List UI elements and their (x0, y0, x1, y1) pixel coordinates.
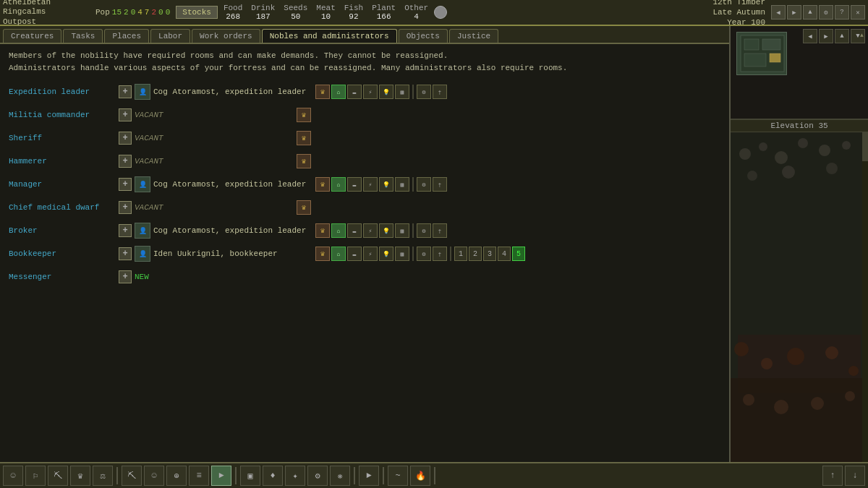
militia-commander-add-btn[interactable]: + (119, 108, 132, 121)
bottom-icon-up[interactable]: ↑ (822, 466, 843, 486)
broker-chest-btn[interactable]: ▦ (395, 223, 409, 238)
bottom-icon-water[interactable]: ~ (388, 466, 408, 486)
icon-btn-6[interactable]: ✕ (851, 5, 865, 20)
crown-icon-2[interactable]: ♛ (297, 108, 311, 122)
bookkeeper-add-btn[interactable]: + (119, 247, 132, 260)
bottom-icon-more2[interactable]: ► (359, 466, 379, 486)
tab-creatures[interactable]: Creatures (3, 29, 61, 43)
icon-btn-1[interactable]: ◀ (771, 5, 786, 20)
icon-btn-5[interactable]: ? (835, 5, 849, 20)
minimap-icon-1[interactable]: ◀ (803, 29, 817, 43)
manager-office-btn[interactable]: ⚙ (417, 177, 431, 192)
broker-title[interactable]: Broker (9, 226, 116, 235)
icon-btn-2[interactable]: ▶ (787, 5, 801, 20)
messenger-title[interactable]: Messenger (9, 273, 116, 281)
office-btn[interactable]: ⚙ (417, 85, 431, 99)
hammerer-title[interactable]: Hammerer (9, 157, 116, 166)
crown-icon-3[interactable]: ♛ (297, 131, 311, 145)
bookkeeper-cabinet-btn[interactable]: 💡 (379, 247, 393, 261)
accuracy-4-btn[interactable]: 4 (498, 247, 511, 261)
bottom-icon-fire[interactable]: 🔥 (410, 466, 430, 486)
bottom-icon-build[interactable]: ☺ (144, 466, 164, 486)
bed-btn[interactable]: ▬ (347, 85, 362, 99)
manager-add-btn[interactable]: + (119, 178, 132, 191)
bookkeeper-title[interactable]: Bookkeeper (9, 249, 116, 258)
manager-chest-btn[interactable]: ▦ (395, 177, 409, 192)
bottom-icon-down[interactable]: ↓ (845, 466, 865, 486)
accuracy-3-btn[interactable]: 3 (483, 247, 496, 261)
crown-icon[interactable]: ♛ (315, 85, 330, 99)
accuracy-2-btn[interactable]: 2 (469, 247, 482, 261)
manager-cabinet-btn[interactable]: 💡 (379, 177, 393, 192)
broker-room-btn[interactable]: ⌂ (331, 223, 346, 238)
expedition-leader-title[interactable]: Expedition leader (9, 87, 116, 96)
stocks-button[interactable]: Stocks (176, 6, 218, 19)
bottom-icon-e[interactable]: ❋ (330, 466, 350, 486)
sheriff-add-btn[interactable]: + (119, 132, 132, 145)
messenger-add-btn[interactable]: + (119, 270, 132, 283)
bookkeeper-burial-btn[interactable]: † (433, 247, 447, 261)
tab-objects[interactable]: Objects (399, 29, 448, 43)
bottom-icon-orders[interactable]: ≡ (189, 466, 209, 486)
manager-room-btn[interactable]: ⌂ (331, 177, 346, 192)
map-view[interactable] (731, 132, 868, 462)
crown-icon-4[interactable]: ♛ (297, 154, 311, 168)
bottom-icon-flag[interactable]: ⚐ (25, 466, 46, 486)
bottom-icon-c[interactable]: ✦ (285, 466, 305, 486)
manager-throne-btn[interactable]: ⚡ (363, 177, 378, 192)
crown-icon-8[interactable]: ♛ (315, 247, 330, 261)
bookkeeper-office-btn[interactable]: ⚙ (417, 247, 431, 261)
militia-commander-title[interactable]: Militia commander (9, 111, 116, 119)
bottom-icon-pick[interactable]: ⛏ (48, 466, 68, 486)
tab-nobles[interactable]: Nobles and administrators (262, 29, 397, 43)
minimap-icon-2[interactable]: ▶ (819, 29, 833, 43)
tab-places[interactable]: Places (104, 29, 149, 43)
bookkeeper-throne-btn[interactable]: ⚡ (363, 247, 378, 261)
bottom-icon-more[interactable]: ► (211, 466, 231, 486)
bottom-icon-b[interactable]: ♦ (263, 466, 283, 486)
icon-btn-3[interactable]: ▲ (803, 5, 817, 20)
manager-bed-btn[interactable]: ▬ (347, 177, 362, 192)
minimap-icon-3[interactable]: ▲ (835, 29, 849, 43)
tab-work-orders[interactable]: Work orders (192, 29, 260, 43)
burial-btn[interactable]: † (433, 85, 447, 99)
bookkeeper-bed-btn[interactable]: ▬ (347, 247, 362, 261)
chest-btn[interactable]: ▦ (395, 85, 409, 99)
chief-medical-title[interactable]: Chief medical dwarf (9, 203, 116, 212)
broker-add-btn[interactable]: + (119, 224, 132, 237)
tab-labor[interactable]: Labor (150, 29, 190, 43)
bottom-icon-scales[interactable]: ⚖ (93, 466, 113, 486)
throne-btn[interactable]: ⚡ (363, 85, 378, 99)
accuracy-1-btn[interactable]: 1 (454, 247, 467, 261)
manager-burial-btn[interactable]: † (433, 177, 447, 192)
map-scrollbar[interactable] (862, 132, 868, 462)
bottom-icon-dwarf[interactable]: ☺ (3, 466, 23, 486)
sheriff-title[interactable]: Sheriff (9, 134, 116, 142)
chief-medical-add-btn[interactable]: + (119, 201, 132, 214)
accuracy-5-btn[interactable]: 5 (512, 247, 525, 261)
crown-icon-6[interactable]: ♛ (297, 200, 311, 215)
bottom-icon-d[interactable]: ⚙ (307, 466, 328, 486)
bottom-icon-zones[interactable]: ⊕ (166, 466, 187, 486)
bottom-icon-nobles[interactable]: ♛ (70, 466, 90, 486)
bottom-icon-designate[interactable]: ⛏ (122, 466, 142, 486)
bookkeeper-room-btn[interactable]: ⌂ (331, 247, 346, 261)
broker-office-btn[interactable]: ⚙ (417, 223, 431, 238)
hammerer-add-btn[interactable]: + (119, 155, 132, 168)
crown-icon-7[interactable]: ♛ (315, 223, 330, 238)
broker-burial-btn[interactable]: † (433, 223, 447, 238)
broker-cabinet-btn[interactable]: 💡 (379, 223, 393, 238)
tab-justice[interactable]: Justice (449, 29, 498, 43)
bottom-icon-a[interactable]: ▣ (240, 466, 260, 486)
map-scrollbar-thumb[interactable] (862, 132, 868, 161)
bookkeeper-chest-btn[interactable]: ▦ (395, 247, 409, 261)
crown-icon-5[interactable]: ♛ (315, 177, 330, 192)
icon-btn-4[interactable]: ⚙ (819, 5, 833, 20)
expedition-leader-add-btn[interactable]: + (119, 85, 132, 98)
cabinet-btn[interactable]: 💡 (379, 85, 393, 99)
room-btn-1[interactable]: ⌂ (331, 85, 346, 99)
broker-bed-btn[interactable]: ▬ (347, 223, 362, 238)
tab-tasks[interactable]: Tasks (63, 29, 103, 43)
manager-title[interactable]: Manager (9, 180, 116, 189)
broker-throne-btn[interactable]: ⚡ (363, 223, 378, 238)
